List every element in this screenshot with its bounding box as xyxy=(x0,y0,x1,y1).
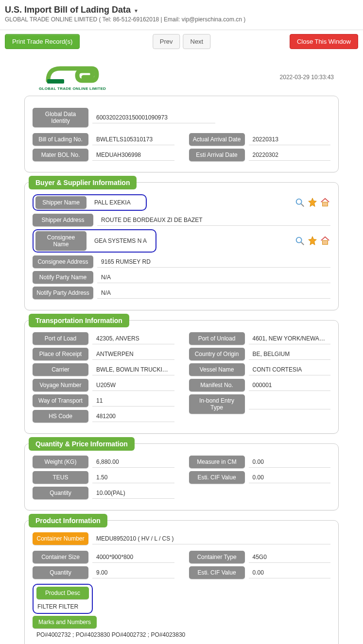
label-consignee-name: Consignee Name xyxy=(35,231,86,251)
value-cif: 0.00 xyxy=(249,472,331,483)
home-icon[interactable] xyxy=(320,236,330,246)
consignee-action-icons xyxy=(294,236,330,246)
home-icon[interactable] xyxy=(320,197,330,208)
value-way-of-transport: 11 xyxy=(92,395,174,407)
label-inbond: In-bond Entry Type xyxy=(189,394,245,414)
star-icon[interactable] xyxy=(307,197,318,208)
label-quantity: Quantity xyxy=(33,487,88,499)
value-prod-cif: 0.00 xyxy=(249,567,331,578)
product-panel: Product Information Container Number MED… xyxy=(24,520,339,644)
label-measure: Measure in CM xyxy=(189,456,245,468)
value-consignee-address: 9165 RUMSEY RD xyxy=(97,256,330,268)
label-gdi: Global Data Identity xyxy=(33,108,88,127)
label-voyage: Voyage Number xyxy=(33,379,88,391)
label-prod-quantity: Quantity xyxy=(33,566,88,579)
value-notify-address: N/A xyxy=(97,288,330,299)
nav-group: Prev Next xyxy=(153,34,210,49)
svg-rect-0 xyxy=(47,79,64,84)
transportation-title: Transportation Information xyxy=(29,314,129,327)
value-weight: 6,880.00 xyxy=(92,457,174,468)
print-button[interactable]: Print Trade Record(s) xyxy=(5,34,80,49)
value-quantity: 10.00(PAL) xyxy=(92,488,174,499)
label-bol: Bill of Lading No. xyxy=(33,133,88,146)
label-container-size: Container Size xyxy=(33,551,88,563)
page-body: GLOBAL TRADE ONLINE LIMITED 2022-03-29 1… xyxy=(0,54,363,644)
shipper-highlight: Shipper Name PALL EXEKIA xyxy=(33,194,147,211)
value-gdi: 6003202203150001090973 xyxy=(92,112,215,123)
value-container-size: 4000*900*800 xyxy=(92,552,174,563)
label-hs-code: HS Code xyxy=(33,410,88,423)
product-desc-highlight: Product Desc FILTER FILTER xyxy=(33,584,93,614)
value-carrier: BWLE, BOWLIN TRUCKING LINES INC xyxy=(92,364,174,375)
page-header: U.S. Import Bill of Lading Data ▾ GLOBAL… xyxy=(0,0,363,26)
label-vessel-name: Vessel Name xyxy=(189,363,245,376)
value-inbond xyxy=(249,399,331,409)
label-product-desc: Product Desc xyxy=(36,587,89,599)
value-container-number: MEDU8952010 ( HV / L / CS ) xyxy=(92,533,330,544)
label-port-of-load: Port of Load xyxy=(33,332,88,345)
label-carrier: Carrier xyxy=(33,363,88,376)
label-teus: TEUS xyxy=(33,471,88,484)
label-notify-address: Notify Party Address xyxy=(33,287,93,299)
shipper-action-icons xyxy=(294,197,330,208)
label-prod-cif: Esti. CIF Value xyxy=(189,566,245,579)
timestamp: 2022-03-29 10:33:43 xyxy=(280,74,334,81)
prev-button[interactable]: Prev xyxy=(153,34,180,49)
label-way-of-transport: Way of Transport xyxy=(33,394,88,407)
label-notify-name: Notify Party Name xyxy=(33,271,93,284)
value-voyage: U205W xyxy=(92,380,174,391)
page-title: U.S. Import Bill of Lading Data xyxy=(5,5,131,15)
identity-panel: Global Data Identity 6003202203150001090… xyxy=(24,96,339,172)
value-prod-quantity: 9.00 xyxy=(92,567,174,578)
dropdown-caret-icon[interactable]: ▾ xyxy=(135,7,138,14)
logo: GLOBAL TRADE ONLINE LIMITED xyxy=(39,64,106,91)
label-manifest-no: Manifest No. xyxy=(189,379,245,391)
label-shipper-name: Shipper Name xyxy=(35,196,86,209)
svg-line-2 xyxy=(301,204,304,207)
toolbar: Print Trade Record(s) Prev Next Close Th… xyxy=(0,34,363,54)
value-port-of-unload: 4601, NEW YORK/NEWARK AREA, NEW xyxy=(249,333,331,344)
value-container-type: 45G0 xyxy=(249,552,331,563)
svg-line-5 xyxy=(301,242,304,245)
buyer-supplier-panel: Buyer & Supplier Information Shipper Nam… xyxy=(24,182,339,310)
value-measure: 0.00 xyxy=(249,457,331,468)
consignee-highlight: Consignee Name GEA SYSTEMS N A xyxy=(33,229,156,253)
product-title: Product Information xyxy=(29,514,107,527)
label-shipper-address: Shipper Address xyxy=(33,214,93,226)
value-marks-numbers: PO#4002732 ; PO#4023830 PO#4002732 ; PO#… xyxy=(33,628,330,641)
value-esti-arrival: 20220302 xyxy=(249,150,331,161)
quantity-price-panel: Quantity & Price Information Weight (KG)… xyxy=(24,443,339,510)
label-container-number: Container Number xyxy=(33,532,88,545)
value-shipper-address: ROUTE DE BORDEAUX ZI DE BAZET xyxy=(97,215,330,226)
label-consignee-address: Consignee Address xyxy=(33,255,93,268)
label-weight: Weight (KG) xyxy=(33,456,88,468)
search-icon[interactable] xyxy=(294,197,305,208)
label-country-of-origin: Country of Origin xyxy=(189,348,245,360)
logo-text: GLOBAL TRADE ONLINE LIMITED xyxy=(39,86,106,91)
label-container-type: Container Type xyxy=(189,551,245,563)
search-icon[interactable] xyxy=(294,236,305,246)
value-hs-code: 481200 xyxy=(92,411,174,422)
value-country-of-origin: BE, BELGIUM xyxy=(249,349,331,360)
svg-point-4 xyxy=(296,237,302,243)
value-bol: BWLETLS105310173 xyxy=(92,134,174,145)
value-manifest-no: 000001 xyxy=(249,380,331,391)
svg-rect-6 xyxy=(323,240,328,244)
transportation-panel: Transportation Information Port of Load4… xyxy=(24,320,339,434)
svg-point-1 xyxy=(296,199,302,204)
next-button[interactable]: Next xyxy=(183,34,211,49)
label-port-of-unload: Port of Unload xyxy=(189,332,245,345)
close-window-button[interactable]: Close This Window xyxy=(290,34,358,49)
value-consignee-name: GEA SYSTEMS N A xyxy=(90,236,154,246)
divider xyxy=(0,30,363,30)
svg-rect-3 xyxy=(323,202,328,206)
star-icon[interactable] xyxy=(307,236,318,246)
value-product-desc: FILTER FILTER xyxy=(36,599,89,611)
buyer-supplier-title: Buyer & Supplier Information xyxy=(29,176,137,189)
value-teus: 1.50 xyxy=(92,472,174,483)
value-actual-arrival: 20220313 xyxy=(249,134,331,145)
value-port-of-load: 42305, ANVERS xyxy=(92,333,174,344)
value-mater: MEDUAH306998 xyxy=(92,150,174,161)
value-shipper-name: PALL EXEKIA xyxy=(90,197,144,208)
label-cif: Esti. CIF Value xyxy=(189,471,245,484)
